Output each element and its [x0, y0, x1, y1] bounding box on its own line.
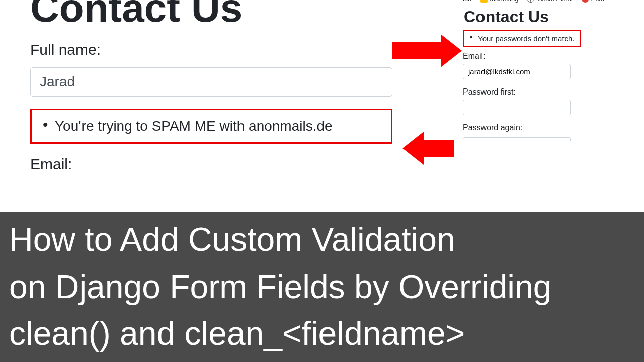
spam-error-box: You're trying to SPAM ME with anonmails.… [30, 109, 392, 144]
tomato-icon [582, 0, 589, 3]
banner-line1: How to Add Custom Validation [9, 221, 455, 258]
left-contact-form: Contact Us Full name: You're trying to S… [0, 0, 438, 182]
fullname-label: Full name: [30, 41, 438, 58]
email-label: Email: [30, 156, 438, 173]
password-first-input[interactable] [463, 100, 571, 115]
password-again-label: Password again: [463, 123, 639, 132]
page-title-small: Contact Us [464, 8, 639, 26]
arrow-right-icon [441, 34, 462, 67]
page-title: Contact Us [30, 0, 438, 31]
banner-line3: clean() and clean_<fieldname> [9, 315, 465, 352]
password-error-box: Your passwords don't match. [463, 30, 581, 47]
email-label-small: Email: [463, 52, 639, 61]
right-contact-form: ion Marketing Visual Event Pom Contact U… [463, 0, 639, 147]
arrow-left-shaft [424, 140, 454, 157]
fullname-input[interactable] [30, 67, 392, 97]
password-error-text: Your passwords don't match. [478, 34, 575, 43]
password-again-input[interactable] [463, 137, 571, 141]
spam-error-text: You're trying to SPAM ME with anonmails.… [55, 118, 333, 134]
bookmark-item[interactable]: Visual Event [527, 0, 573, 3]
banner-line2: on Django Form Fields by Overriding [9, 268, 551, 305]
arrow-left-icon [403, 132, 424, 165]
bookmark-item[interactable]: Marketing [480, 0, 518, 3]
globe-icon [527, 0, 534, 3]
title-banner: How to Add Custom Validation on Django F… [0, 212, 644, 362]
bookmarks-bar: ion Marketing Visual Event Pom [463, 0, 639, 3]
email-input[interactable] [463, 64, 571, 79]
folder-icon [480, 0, 488, 3]
arrow-right-shaft [392, 42, 441, 59]
bookmark-item[interactable]: ion [463, 0, 471, 3]
bookmark-item[interactable]: Pom [582, 0, 604, 3]
password-first-label: Password first: [463, 87, 639, 97]
